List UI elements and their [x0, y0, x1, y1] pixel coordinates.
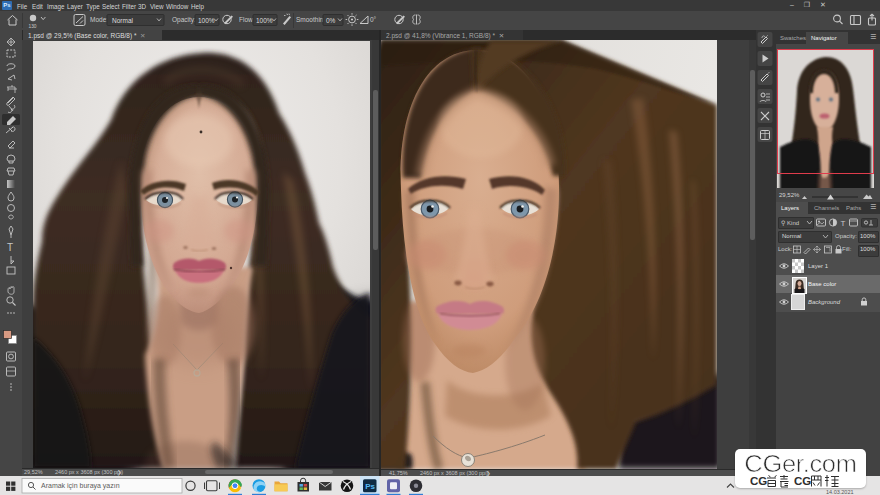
svg-text:14.03.2021: 14.03.2021 [826, 488, 854, 494]
svg-text:Aramak için buraya yazın: Aramak için buraya yazın [41, 482, 120, 490]
svg-text:100%: 100% [198, 17, 215, 24]
svg-text:Flow:: Flow: [239, 16, 255, 23]
svg-text:Mode:: Mode: [90, 16, 108, 23]
svg-text:CG: CG [750, 475, 767, 487]
svg-text:130: 130 [29, 24, 37, 29]
svg-text:T: T [7, 242, 13, 253]
svg-text:0%: 0% [326, 17, 336, 24]
svg-text:100%: 100% [256, 17, 273, 24]
svg-text:Normal: Normal [112, 17, 134, 24]
svg-text:T: T [841, 219, 846, 228]
svg-text:Opacity:: Opacity: [172, 16, 196, 24]
svg-text:CG: CG [794, 475, 811, 487]
svg-text:0°: 0° [370, 16, 377, 23]
svg-text:Ps: Ps [365, 482, 375, 491]
